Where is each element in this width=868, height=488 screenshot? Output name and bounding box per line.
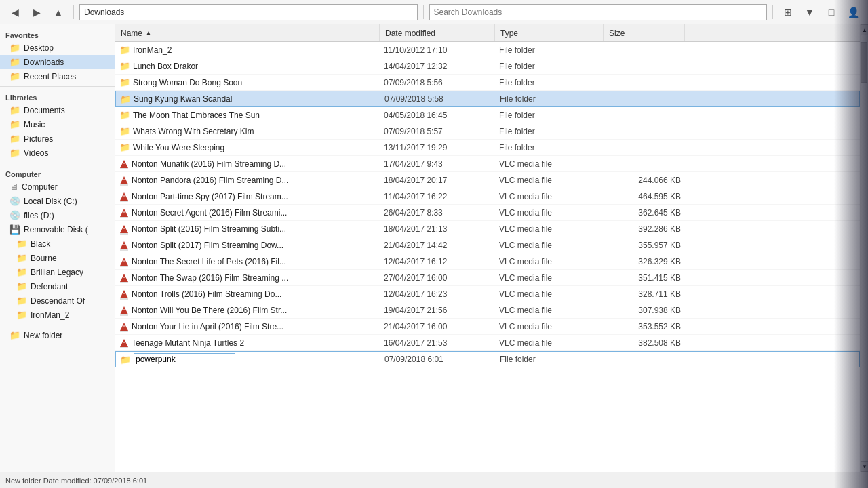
file-name-cell: Nonton Pandora (2016) Film Streaming D..… <box>115 175 380 186</box>
vlc-icon <box>119 256 129 267</box>
table-row[interactable]: Nonton Split (2016) Film Streaming Subti… <box>115 221 860 237</box>
sidebar-item-black[interactable]: 📁 Black <box>0 237 115 251</box>
scrollbar-up-button[interactable]: ▲ <box>861 24 868 35</box>
up-button[interactable]: ▲ <box>49 3 68 22</box>
scrollbar-thumb <box>861 42 867 83</box>
svg-rect-32 <box>120 331 128 332</box>
table-row[interactable]: 📁IronMan_211/10/2012 17:10File folder <box>115 42 860 58</box>
col-header-date[interactable]: Date modified <box>380 24 495 41</box>
folder-icon: 📁 <box>119 142 130 152</box>
table-row[interactable]: Nonton Will You Be There (2016) Film Str… <box>115 302 860 319</box>
view-toggle-button[interactable]: ⊞ <box>778 3 797 22</box>
forward-button[interactable]: ▶ <box>27 3 46 22</box>
sidebar-item-descendant-of[interactable]: 📁 Descendant Of <box>0 293 115 308</box>
back-button[interactable]: ◀ <box>5 3 24 22</box>
folder-icon: 📁 <box>9 148 20 158</box>
scrollbar-down-button[interactable]: ▼ <box>861 461 868 472</box>
table-row[interactable]: 📁Whats Wrong With Secretary Kim07/09/201… <box>115 123 860 140</box>
sidebar-item-label: Local Disk (C:) <box>24 197 77 206</box>
table-row[interactable]: Nonton Your Lie in April (2016) Film Str… <box>115 319 860 335</box>
table-row[interactable]: Nonton Trolls (2016) Film Streaming Do..… <box>115 286 860 302</box>
file-name-cell: Nonton Secret Agent (2016) Film Streami.… <box>115 207 380 218</box>
vlc-icon <box>119 175 129 186</box>
file-type-cell: VLC media file <box>495 338 604 348</box>
table-row[interactable]: 📁Lunch Box Drakor14/04/2017 12:32File fo… <box>115 58 860 75</box>
svg-rect-16 <box>123 244 125 245</box>
sidebar-item-files-d[interactable]: 💿 files (D:) <box>0 208 115 222</box>
folder-icon: 📁 <box>16 281 27 291</box>
vlc-icon <box>119 272 129 283</box>
table-row[interactable]: 📁Sung Kyung Kwan Scandal07/09/2018 5:58F… <box>115 91 860 107</box>
table-row[interactable]: 📁Strong Woman Do Bong Soon07/09/2018 5:5… <box>115 75 860 91</box>
file-name-cell: Nonton Your Lie in April (2016) Film Str… <box>115 321 380 332</box>
sidebar-item-label: Music <box>24 120 45 129</box>
sidebar-item-ironman2[interactable]: 📁 IronMan_2 <box>0 308 115 322</box>
table-row[interactable]: Nonton The Swap (2016) Film Streaming ..… <box>115 270 860 286</box>
vlc-icon <box>119 159 129 169</box>
sidebar-item-bourne[interactable]: 📁 Bourne <box>0 251 115 265</box>
col-header-size[interactable]: Size <box>604 24 685 41</box>
table-row[interactable]: Nonton The Secret Life of Pets (2016) Fi… <box>115 253 860 270</box>
folder-icon: 📁 <box>119 61 130 71</box>
file-name-cell: Nonton Will You Be There (2016) Film Str… <box>115 305 380 316</box>
table-row[interactable]: Teenage Mutant Ninja Turtles 216/04/2017… <box>115 335 860 351</box>
svg-rect-28 <box>123 309 125 310</box>
table-row[interactable]: Nonton Split (2017) Film Streaming Dow..… <box>115 237 860 253</box>
search-input[interactable] <box>429 4 768 20</box>
sidebar-item-documents[interactable]: 📁 Documents <box>0 103 115 117</box>
file-date-cell: 07/09/2018 5:57 <box>380 127 495 136</box>
sidebar-item-removable-disk[interactable]: 💾 Removable Disk ( <box>0 222 115 237</box>
table-row[interactable]: 📁The Moon That Embraces The Sun04/05/201… <box>115 107 860 123</box>
scrollbar-track[interactable] <box>861 35 868 461</box>
sidebar-item-label: Videos <box>24 148 48 158</box>
right-scrollbar[interactable]: ▲ ▼ <box>860 24 868 472</box>
sidebar-item-defendant[interactable]: 📁 Defendant <box>0 279 115 293</box>
sidebar-item-label: files (D:) <box>24 211 54 220</box>
table-row[interactable]: Nonton Secret Agent (2016) Film Streami.… <box>115 205 860 221</box>
svg-rect-25 <box>123 293 125 294</box>
sidebar-item-downloads[interactable]: 📁 Downloads <box>0 55 115 69</box>
svg-rect-26 <box>120 298 128 300</box>
file-type-cell: VLC media file <box>495 241 604 250</box>
removable-drive-icon: 💾 <box>9 224 20 235</box>
table-row[interactable]: Nonton Part-time Spy (2017) Film Stream.… <box>115 188 860 205</box>
sidebar-item-computer[interactable]: 🖥 Computer <box>0 180 115 194</box>
preview-button[interactable]: □ <box>822 3 841 22</box>
file-name-cell: 📁The Moon That Embraces The Sun <box>115 110 380 120</box>
main-content: Favorites 📁 Desktop 📁 Downloads 📁 Recent… <box>0 24 868 472</box>
col-header-type[interactable]: Type <box>495 24 604 41</box>
file-size-cell: 355.957 KB <box>604 241 685 250</box>
table-row[interactable]: Nonton Munafik (2016) Film Streaming D..… <box>115 156 860 172</box>
rename-input[interactable] <box>134 353 235 365</box>
sort-button[interactable]: ▼ <box>800 3 819 22</box>
table-row[interactable]: 📁While You Were Sleeping13/11/2017 19:29… <box>115 140 860 156</box>
folder-icon: 📁 <box>119 45 130 55</box>
table-row[interactable]: Nonton Pandora (2016) Film Streaming D..… <box>115 172 860 188</box>
file-type-cell: VLC media file <box>495 306 604 315</box>
sidebar-item-local-disk-c[interactable]: 💿 Local Disk (C:) <box>0 194 115 208</box>
address-bar[interactable] <box>79 4 418 20</box>
svg-rect-35 <box>120 347 128 348</box>
sidebar-item-pictures[interactable]: 📁 Pictures <box>0 131 115 146</box>
table-row[interactable]: 📁07/09/2018 6:01File folder <box>115 351 860 367</box>
sidebar-item-brillian-legacy[interactable]: 📁 Brillian Legacy <box>0 265 115 279</box>
sidebar-item-videos[interactable]: 📁 Videos <box>0 146 115 160</box>
file-name-text: Nonton Split (2016) Film Streaming Subti… <box>132 224 286 234</box>
col-header-name[interactable]: Name ▲ <box>115 24 380 41</box>
folder-icon: 📁 <box>9 330 20 340</box>
folder-icon: 📁 <box>9 57 20 67</box>
sidebar-item-label: Black <box>31 239 50 249</box>
sidebar-item-recent-places[interactable]: 📁 Recent Places <box>0 69 115 83</box>
sidebar-item-new-folder[interactable]: 📁 New folder <box>0 328 115 342</box>
help-button[interactable]: 👤 <box>844 3 863 22</box>
file-date-cell: 07/09/2018 5:56 <box>380 78 495 87</box>
vlc-icon <box>119 207 129 218</box>
libraries-label: Libraries <box>0 89 115 103</box>
file-date-cell: 04/05/2018 16:45 <box>380 110 495 120</box>
sidebar-item-desktop[interactable]: 📁 Desktop <box>0 41 115 55</box>
sidebar-item-music[interactable]: 📁 Music <box>0 117 115 131</box>
svg-rect-22 <box>123 277 125 278</box>
file-type-cell: VLC media file <box>495 322 604 331</box>
vlc-icon <box>119 224 129 235</box>
folder-icon: 📁 <box>16 267 27 277</box>
